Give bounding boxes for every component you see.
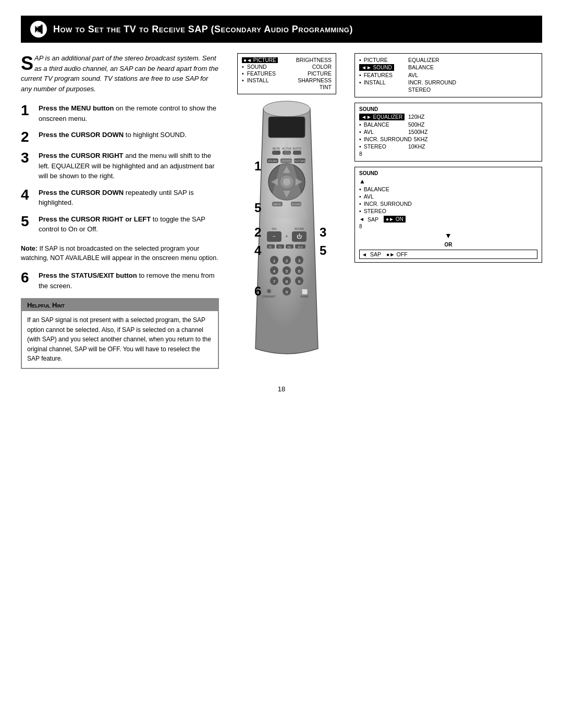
header-icon xyxy=(30,21,47,38)
step-1-bold: Press the MENU button xyxy=(39,104,114,112)
menu-8-row: 8 xyxy=(359,224,537,229)
menu-box3-row-avl: • AVL 1500HZ xyxy=(359,129,537,135)
page-title: How to Set the TV to Receive SAP (Second… xyxy=(53,24,353,35)
menu-box4-row-avl: • AVL xyxy=(359,193,537,200)
svg-text:VOL: VOL xyxy=(272,227,277,230)
svg-text:✱: ✱ xyxy=(266,288,272,295)
menu-box2-row-sound: ◄► SOUND BALANCE xyxy=(359,64,537,71)
svg-text:8U1: 8U1 xyxy=(298,245,302,249)
svg-text:0: 0 xyxy=(286,290,288,294)
menu-screen-1: ●◄ PICTURE BRIGHTNESS •SOUND COLOR •FEAT… xyxy=(237,53,336,94)
svg-text:SHARE: SHARE xyxy=(300,295,309,298)
svg-text:5: 5 xyxy=(320,243,326,257)
svg-text:−: − xyxy=(273,233,276,239)
page-header: How to Set the TV to Receive SAP (Second… xyxy=(21,16,542,43)
content-area: S AP is an additional part of the stereo… xyxy=(21,53,542,369)
svg-text:4: 4 xyxy=(254,243,262,257)
svg-text:BUTT2: BUTT2 xyxy=(293,147,301,150)
page-number: 18 xyxy=(21,385,542,393)
step-2-rest: to highlight SOUND. xyxy=(124,131,187,139)
step-2-text: Press the CURSOR DOWN to highlight SOUND… xyxy=(39,130,187,140)
svg-text:HD: HD xyxy=(287,245,291,249)
svg-rect-2 xyxy=(41,26,42,33)
sharpness-val: SHARPNESS xyxy=(298,77,332,83)
step-5-bold: Press the CURSOR RIGHT or LEFT xyxy=(39,215,151,223)
svg-rect-4 xyxy=(268,117,305,138)
step-2: 2 Press the CURSOR DOWN to highlight SOU… xyxy=(21,130,219,144)
step-1-text: Press the MENU button on the remote cont… xyxy=(39,103,219,124)
step-5: 5 Press the CURSOR RIGHT or LEFT to togg… xyxy=(21,214,219,235)
step-4: 4 Press the CURSOR DOWN repeatedly until… xyxy=(21,188,219,208)
svg-text:5: 5 xyxy=(254,201,261,215)
right-column: • PICTURE EQUALIZER ◄► SOUND BALANCE • F… xyxy=(354,53,542,369)
menu-box4-title: SOUND xyxy=(359,170,537,176)
menu-box3-row-8: 8 xyxy=(359,151,537,157)
color-val: COLOR xyxy=(312,64,332,70)
svg-text:9: 9 xyxy=(298,279,301,284)
brightness-val: BRIGHTNESS xyxy=(296,57,332,63)
svg-point-3 xyxy=(263,101,310,117)
svg-rect-14 xyxy=(293,151,301,155)
menu-box3-row-incr: • INCR. SURROUND 5KHZ xyxy=(359,136,537,142)
step-3-number: 3 xyxy=(21,151,33,165)
svg-text:MUTE: MUTE xyxy=(273,147,280,150)
step-5-text: Press the CURSOR RIGHT or LEFT to toggle… xyxy=(39,214,219,235)
left-column: S AP is an additional part of the stereo… xyxy=(21,53,219,369)
step-6-bold: Press the STATUS/EXIT button xyxy=(39,272,137,279)
svg-text:PICTURE: PICTURE xyxy=(294,159,306,163)
note-body: If SAP is not broadcasted on the selecte… xyxy=(21,245,218,262)
down-arrow-icon: ▼ xyxy=(359,231,537,240)
note-text: Note: If SAP is not broadcasted on the s… xyxy=(21,244,219,264)
svg-rect-12 xyxy=(272,151,280,155)
menu-row-picture: ●◄ PICTURE BRIGHTNESS xyxy=(242,57,332,63)
step-3-text: Press the CURSOR RIGHT and the menu will… xyxy=(39,151,219,181)
svg-text:3: 3 xyxy=(298,258,301,263)
svg-text:4: 4 xyxy=(273,269,276,274)
menu-box4-row-stereo: • STEREO xyxy=(359,208,537,214)
svg-text:PC: PC xyxy=(269,245,273,249)
menu-row-install: •INSTALL SHARPNESS xyxy=(242,77,332,83)
svg-text:SOUND: SOUND xyxy=(268,159,277,163)
tint-val: TINT xyxy=(320,84,332,90)
step-2-bold: Press the CURSOR DOWN xyxy=(39,131,124,139)
step-3: 3 Press the CURSOR RIGHT and the menu wi… xyxy=(21,151,219,181)
step-2-number: 2 xyxy=(21,130,33,144)
menu-box4-row-incr: • INCR. SURROUND xyxy=(359,201,537,207)
svg-text:SOUND: SOUND xyxy=(295,227,304,230)
step-4-number: 4 xyxy=(21,188,33,202)
step-4-text: Press the CURSOR DOWN repeatedly until S… xyxy=(39,188,219,208)
svg-text:2: 2 xyxy=(254,225,261,239)
menu-box2-row-stereo: STEREO xyxy=(359,87,537,93)
step-4-bold: Press the CURSOR DOWN xyxy=(39,189,124,196)
sap-off-row: ◄ SAP ●► OFF xyxy=(359,250,537,259)
menu-box2-row-install: • INSTALL INCR. SURROUND xyxy=(359,79,537,85)
svg-text:⏻: ⏻ xyxy=(297,233,302,239)
menu-box-4: SOUND ▲ • BALANCE • AVL • INCR. SURROU xyxy=(354,167,542,263)
picture-val: PICTURE xyxy=(308,70,332,77)
svg-rect-1 xyxy=(40,27,41,32)
svg-text:⬜: ⬜ xyxy=(302,289,308,295)
svg-text:1: 1 xyxy=(254,159,261,173)
or-separator: OR xyxy=(359,242,537,248)
intro-text: S AP is an additional part of the stereo… xyxy=(21,53,219,94)
center-column: ●◄ PICTURE BRIGHTNESS •SOUND COLOR •FEAT… xyxy=(229,53,344,369)
menu-box3-row-eq: ◄► EQUALIZER 120HZ xyxy=(359,114,537,120)
drop-cap: S xyxy=(21,54,33,73)
note-label: Note: xyxy=(21,245,38,252)
remote-control-image: MUTE ACTIVE BUTT2 SOUND CONTROL PICTURE … xyxy=(235,98,339,369)
step-6-number: 6 xyxy=(21,270,33,285)
svg-text:8: 8 xyxy=(286,279,288,284)
menu-row-sound: •SOUND COLOR xyxy=(242,64,332,70)
intro-body: AP is an additional part of the stereo b… xyxy=(21,54,218,93)
svg-text:2: 2 xyxy=(286,258,288,263)
sap-on-row: ◄ SAP ●► ON xyxy=(359,216,537,223)
helpful-hint-box: Helpful Hint If an SAP signal is not pre… xyxy=(21,298,219,369)
menu-box3-row-stereo: • STEREO 10KHZ xyxy=(359,143,537,150)
hint-body: If an SAP signal is not present with a s… xyxy=(22,311,218,368)
svg-text:6: 6 xyxy=(298,269,301,274)
menu-box2-row-picture: • PICTURE EQUALIZER xyxy=(359,57,537,63)
menu-box-2: • PICTURE EQUALIZER ◄► SOUND BALANCE • F… xyxy=(354,53,542,97)
step-1: 1 Press the MENU button on the remote co… xyxy=(21,103,219,124)
hint-title: Helpful Hint xyxy=(22,299,218,311)
svg-text:6: 6 xyxy=(254,284,261,298)
